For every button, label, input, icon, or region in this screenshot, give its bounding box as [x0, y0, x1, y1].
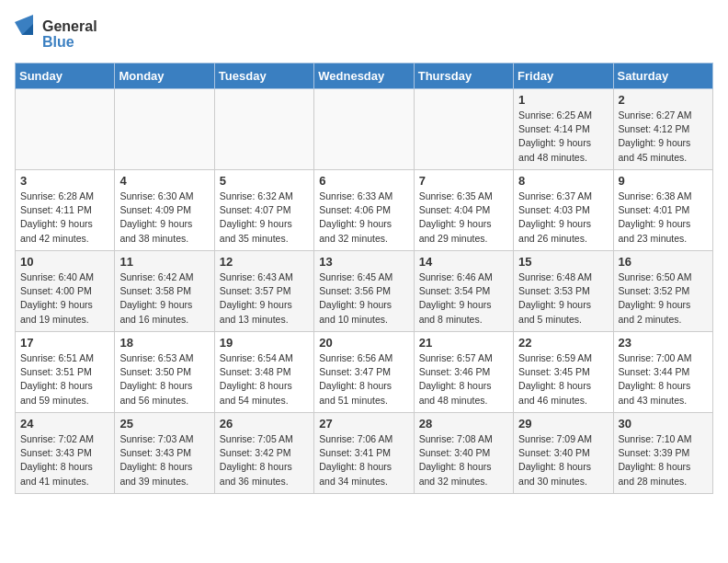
calendar-cell: 8Sunrise: 6:37 AM Sunset: 4:03 PM Daylig… — [514, 170, 613, 251]
calendar-cell: 4Sunrise: 6:30 AM Sunset: 4:09 PM Daylig… — [115, 170, 214, 251]
logo-svg: GeneralBlue — [15, 15, 116, 52]
day-info: Sunrise: 6:38 AM Sunset: 4:01 PM Dayligh… — [619, 190, 708, 246]
calendar-cell: 2Sunrise: 6:27 AM Sunset: 4:12 PM Daylig… — [613, 89, 712, 170]
day-number: 27 — [319, 417, 408, 431]
calendar-cell: 23Sunrise: 7:00 AM Sunset: 3:44 PM Dayli… — [613, 332, 712, 413]
day-number: 10 — [20, 255, 109, 269]
day-number: 24 — [20, 417, 109, 431]
calendar-cell: 9Sunrise: 6:38 AM Sunset: 4:01 PM Daylig… — [613, 170, 712, 251]
day-info: Sunrise: 6:53 AM Sunset: 3:50 PM Dayligh… — [119, 351, 209, 408]
day-number: 22 — [518, 336, 608, 350]
calendar-cell — [214, 89, 313, 170]
day-number: 8 — [518, 174, 608, 188]
day-number: 30 — [619, 417, 708, 431]
day-number: 9 — [619, 174, 708, 188]
day-info: Sunrise: 7:10 AM Sunset: 3:39 PM Dayligh… — [619, 432, 708, 488]
calendar-week-row: 1Sunrise: 6:25 AM Sunset: 4:14 PM Daylig… — [16, 89, 713, 170]
calendar-cell: 25Sunrise: 7:03 AM Sunset: 3:43 PM Dayli… — [115, 413, 214, 494]
calendar-cell: 13Sunrise: 6:45 AM Sunset: 3:56 PM Dayli… — [314, 251, 414, 332]
day-info: Sunrise: 7:09 AM Sunset: 3:40 PM Dayligh… — [518, 432, 608, 488]
day-info: Sunrise: 6:25 AM Sunset: 4:14 PM Dayligh… — [518, 109, 608, 165]
day-info: Sunrise: 7:03 AM Sunset: 3:43 PM Dayligh… — [119, 432, 209, 488]
day-info: Sunrise: 6:43 AM Sunset: 3:57 PM Dayligh… — [220, 270, 309, 327]
day-number: 16 — [619, 255, 708, 269]
day-info: Sunrise: 7:06 AM Sunset: 3:41 PM Dayligh… — [319, 432, 408, 488]
day-number: 20 — [319, 336, 408, 350]
calendar-cell: 1Sunrise: 6:25 AM Sunset: 4:14 PM Daylig… — [514, 89, 613, 170]
day-number: 19 — [220, 336, 309, 350]
calendar-cell: 7Sunrise: 6:35 AM Sunset: 4:04 PM Daylig… — [414, 170, 513, 251]
day-number: 15 — [518, 255, 608, 269]
day-info: Sunrise: 7:08 AM Sunset: 3:40 PM Dayligh… — [419, 432, 508, 488]
day-info: Sunrise: 6:32 AM Sunset: 4:07 PM Dayligh… — [220, 190, 309, 246]
day-number: 17 — [20, 336, 109, 350]
calendar-header-row: SundayMondayTuesdayWednesdayThursdayFrid… — [16, 63, 713, 89]
calendar-cell: 17Sunrise: 6:51 AM Sunset: 3:51 PM Dayli… — [16, 332, 115, 413]
day-number: 14 — [419, 255, 508, 269]
calendar-cell: 10Sunrise: 6:40 AM Sunset: 4:00 PM Dayli… — [16, 251, 115, 332]
calendar-cell: 26Sunrise: 7:05 AM Sunset: 3:42 PM Dayli… — [214, 413, 313, 494]
day-number: 23 — [619, 336, 708, 350]
page-header: GeneralBlue — [15, 15, 713, 52]
day-number: 5 — [220, 174, 309, 188]
calendar-cell: 5Sunrise: 6:32 AM Sunset: 4:07 PM Daylig… — [214, 170, 313, 251]
calendar-cell: 15Sunrise: 6:48 AM Sunset: 3:53 PM Dayli… — [514, 251, 613, 332]
calendar-cell: 3Sunrise: 6:28 AM Sunset: 4:11 PM Daylig… — [16, 170, 115, 251]
calendar-cell: 14Sunrise: 6:46 AM Sunset: 3:54 PM Dayli… — [414, 251, 513, 332]
calendar-table: SundayMondayTuesdayWednesdayThursdayFrid… — [15, 63, 713, 494]
day-info: Sunrise: 6:57 AM Sunset: 3:46 PM Dayligh… — [419, 351, 508, 408]
calendar-cell: 6Sunrise: 6:33 AM Sunset: 4:06 PM Daylig… — [314, 170, 414, 251]
day-info: Sunrise: 7:05 AM Sunset: 3:42 PM Dayligh… — [220, 432, 309, 488]
calendar-cell: 19Sunrise: 6:54 AM Sunset: 3:48 PM Dayli… — [214, 332, 313, 413]
day-info: Sunrise: 6:42 AM Sunset: 3:58 PM Dayligh… — [119, 270, 209, 327]
day-info: Sunrise: 6:30 AM Sunset: 4:09 PM Dayligh… — [119, 190, 209, 246]
day-info: Sunrise: 6:46 AM Sunset: 3:54 PM Dayligh… — [419, 270, 508, 327]
day-number: 6 — [319, 174, 408, 188]
calendar-cell: 16Sunrise: 6:50 AM Sunset: 3:52 PM Dayli… — [613, 251, 712, 332]
day-number: 26 — [220, 417, 309, 431]
day-info: Sunrise: 6:28 AM Sunset: 4:11 PM Dayligh… — [20, 190, 109, 246]
calendar-cell: 24Sunrise: 7:02 AM Sunset: 3:43 PM Dayli… — [16, 413, 115, 494]
day-info: Sunrise: 6:48 AM Sunset: 3:53 PM Dayligh… — [518, 270, 608, 327]
day-info: Sunrise: 7:02 AM Sunset: 3:43 PM Dayligh… — [20, 432, 109, 488]
col-header-thursday: Thursday — [414, 63, 513, 89]
calendar-cell — [414, 89, 513, 170]
calendar-cell: 27Sunrise: 7:06 AM Sunset: 3:41 PM Dayli… — [314, 413, 414, 494]
calendar-week-row: 3Sunrise: 6:28 AM Sunset: 4:11 PM Daylig… — [16, 170, 713, 251]
calendar-cell — [115, 89, 214, 170]
calendar-cell: 20Sunrise: 6:56 AM Sunset: 3:47 PM Dayli… — [314, 332, 414, 413]
calendar-cell: 18Sunrise: 6:53 AM Sunset: 3:50 PM Dayli… — [115, 332, 214, 413]
col-header-monday: Monday — [115, 63, 214, 89]
col-header-saturday: Saturday — [613, 63, 712, 89]
day-number: 29 — [518, 417, 608, 431]
day-info: Sunrise: 6:59 AM Sunset: 3:45 PM Dayligh… — [518, 351, 608, 408]
logo: GeneralBlue — [15, 15, 116, 52]
day-number: 21 — [419, 336, 508, 350]
svg-text:Blue: Blue — [42, 34, 74, 50]
calendar-cell: 12Sunrise: 6:43 AM Sunset: 3:57 PM Dayli… — [214, 251, 313, 332]
day-number: 3 — [20, 174, 109, 188]
col-header-tuesday: Tuesday — [214, 63, 313, 89]
day-number: 1 — [518, 93, 608, 107]
day-info: Sunrise: 6:27 AM Sunset: 4:12 PM Dayligh… — [619, 109, 708, 165]
day-info: Sunrise: 6:54 AM Sunset: 3:48 PM Dayligh… — [220, 351, 309, 408]
day-number: 25 — [119, 417, 209, 431]
day-number: 18 — [119, 336, 209, 350]
day-info: Sunrise: 7:00 AM Sunset: 3:44 PM Dayligh… — [619, 351, 708, 408]
day-number: 4 — [119, 174, 209, 188]
day-info: Sunrise: 6:45 AM Sunset: 3:56 PM Dayligh… — [319, 270, 408, 327]
col-header-sunday: Sunday — [16, 63, 115, 89]
calendar-week-row: 24Sunrise: 7:02 AM Sunset: 3:43 PM Dayli… — [16, 413, 713, 494]
calendar-cell: 11Sunrise: 6:42 AM Sunset: 3:58 PM Dayli… — [115, 251, 214, 332]
day-number: 11 — [119, 255, 209, 269]
col-header-wednesday: Wednesday — [314, 63, 414, 89]
calendar-cell: 30Sunrise: 7:10 AM Sunset: 3:39 PM Dayli… — [613, 413, 712, 494]
day-info: Sunrise: 6:56 AM Sunset: 3:47 PM Dayligh… — [319, 351, 408, 408]
svg-text:General: General — [42, 18, 97, 34]
calendar-cell: 22Sunrise: 6:59 AM Sunset: 3:45 PM Dayli… — [514, 332, 613, 413]
calendar-cell — [16, 89, 115, 170]
day-info: Sunrise: 6:50 AM Sunset: 3:52 PM Dayligh… — [619, 270, 708, 327]
day-number: 28 — [419, 417, 508, 431]
calendar-cell: 21Sunrise: 6:57 AM Sunset: 3:46 PM Dayli… — [414, 332, 513, 413]
calendar-cell — [314, 89, 414, 170]
